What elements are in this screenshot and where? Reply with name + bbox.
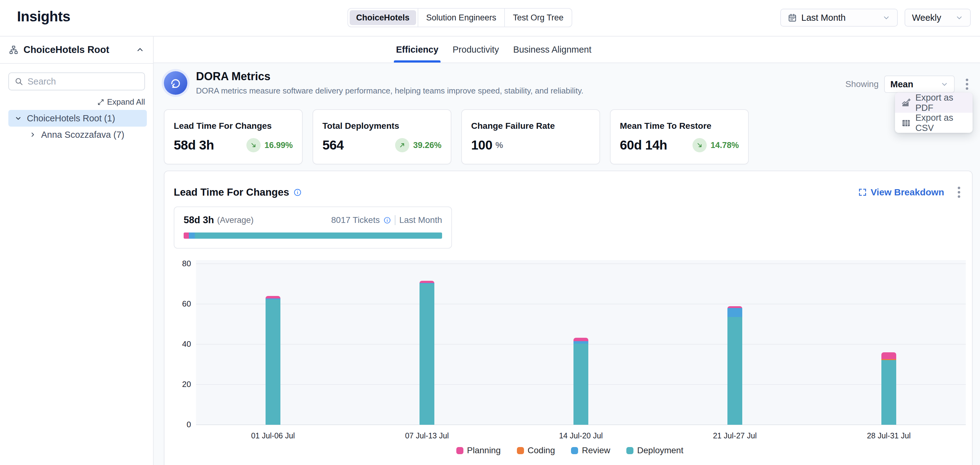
tree-item-label: ChoiceHotels Root (1) bbox=[27, 113, 115, 123]
period-label: Last Month bbox=[399, 215, 442, 225]
legend-swatch bbox=[456, 447, 463, 454]
x-axis: 01 Jul-06 Jul07 Jul-13 Jul14 Jul-20 Jul2… bbox=[196, 425, 966, 443]
info-icon[interactable] bbox=[383, 216, 391, 224]
date-range-select[interactable]: Last Month bbox=[780, 9, 898, 27]
org-tab-choicehotels[interactable]: ChoiceHotels bbox=[348, 9, 418, 27]
search-icon bbox=[14, 77, 23, 86]
bar-segment-deployment bbox=[266, 299, 280, 425]
section-tabs: Efficiency Productivity Business Alignme… bbox=[154, 37, 980, 63]
stacked-bar-3[interactable] bbox=[573, 338, 588, 425]
legend-item-deployment[interactable]: Deployment bbox=[626, 446, 683, 455]
average-summary-card: 58d 3h (Average) 8017 Tickets Last Month bbox=[174, 206, 452, 249]
date-range-value: Last Month bbox=[801, 13, 846, 23]
tree-item-root[interactable]: ChoiceHotels Root (1) bbox=[8, 110, 147, 126]
bar-segment-planning bbox=[573, 338, 588, 341]
dora-description: DORA metrics measure software delivery p… bbox=[196, 86, 583, 96]
y-axis: 020406080 bbox=[174, 260, 196, 425]
card-lead-time-for-changes: Lead Time For Changes 58d 3h 16.99% bbox=[164, 109, 303, 165]
expand-corners-icon bbox=[858, 188, 867, 197]
trend-badge: 16.99% bbox=[247, 138, 293, 152]
trend-badge: 39.26% bbox=[395, 138, 441, 152]
showing-label: Showing bbox=[846, 79, 878, 89]
legend-label: Coding bbox=[528, 446, 555, 455]
org-switcher: ChoiceHotels Solution Engineers Test Org… bbox=[347, 8, 572, 27]
calendar-icon bbox=[788, 13, 797, 22]
metric-cards-row: Lead Time For Changes 58d 3h 16.99% Tota… bbox=[164, 109, 974, 165]
y-axis-tick: 80 bbox=[182, 259, 191, 268]
dora-cycle-icon bbox=[164, 71, 187, 95]
active-tab-underline bbox=[394, 61, 441, 62]
tab-efficiency[interactable]: Efficiency bbox=[396, 37, 438, 62]
card-change-failure-rate: Change Failure Rate 100 % bbox=[461, 109, 600, 165]
granularity-value: Weekly bbox=[912, 13, 941, 23]
aggregation-select[interactable]: Mean bbox=[884, 75, 955, 93]
export-pdf-menu-item[interactable]: Export as PDF bbox=[895, 93, 972, 113]
export-csv-menu-item[interactable]: Export as CSV bbox=[895, 113, 972, 133]
dora-kebab-menu-button[interactable] bbox=[960, 75, 974, 93]
stacked-bar-5[interactable] bbox=[881, 352, 896, 425]
y-axis-tick: 60 bbox=[182, 299, 191, 308]
stacked-bar-2[interactable] bbox=[420, 281, 434, 425]
org-tab-test-org-tree[interactable]: Test Org Tree bbox=[505, 9, 572, 27]
top-bar: Insights ChoiceHotels Solution Engineers… bbox=[0, 0, 980, 37]
phase-progress-bar bbox=[184, 232, 442, 239]
collapse-sidebar-button[interactable] bbox=[136, 45, 144, 54]
chart-title: Lead Time For Changes bbox=[174, 186, 289, 198]
legend-item-planning[interactable]: Planning bbox=[456, 446, 501, 455]
bar-segment-deployment bbox=[881, 360, 896, 425]
bar-segment-planning bbox=[266, 296, 280, 299]
view-breakdown-button[interactable]: View Breakdown bbox=[858, 187, 944, 198]
legend-label: Planning bbox=[467, 446, 501, 455]
y-axis-tick: 20 bbox=[182, 380, 191, 389]
lead-time-chart: 020406080 bbox=[174, 260, 966, 425]
stacked-bar-4[interactable] bbox=[727, 306, 742, 425]
chevron-down-icon bbox=[940, 80, 948, 88]
legend-label: Review bbox=[582, 446, 610, 455]
legend-swatch bbox=[517, 447, 524, 454]
dora-title: DORA Metrics bbox=[196, 70, 583, 83]
metric-value: 564 bbox=[323, 138, 344, 153]
metric-value: 60d 14h bbox=[620, 138, 667, 153]
main-panel: Efficiency Productivity Business Alignme… bbox=[154, 37, 980, 465]
legend-item-review[interactable]: Review bbox=[571, 446, 610, 455]
sidebar-root-label: ChoiceHotels Root bbox=[24, 44, 131, 56]
x-axis-label: 07 Jul-13 Jul bbox=[405, 431, 449, 440]
chevron-right-icon[interactable] bbox=[29, 131, 36, 138]
legend-item-coding[interactable]: Coding bbox=[517, 446, 555, 455]
progress-segment-planning bbox=[184, 232, 189, 239]
metric-value: 100 bbox=[471, 138, 493, 153]
trend-badge: 14.78% bbox=[692, 138, 739, 152]
org-tree-sidebar: ChoiceHotels Root Expand All ChoiceHotel… bbox=[0, 37, 154, 465]
table-icon bbox=[901, 118, 911, 128]
x-axis-label: 01 Jul-06 Jul bbox=[251, 431, 295, 440]
chevron-down-icon bbox=[955, 14, 963, 22]
tab-business-alignment[interactable]: Business Alignment bbox=[513, 37, 592, 62]
progress-segment-review bbox=[189, 232, 195, 239]
chart-kebab-menu-button[interactable] bbox=[952, 184, 966, 201]
granularity-select[interactable]: Weekly bbox=[905, 9, 971, 27]
x-axis-label: 14 Jul-20 Jul bbox=[559, 431, 603, 440]
export-menu: Export as PDF Export as CSV bbox=[895, 93, 972, 133]
tab-productivity[interactable]: Productivity bbox=[453, 37, 499, 62]
info-icon[interactable] bbox=[293, 188, 302, 197]
y-axis-tick: 0 bbox=[187, 420, 191, 430]
bar-segment-planning bbox=[881, 352, 896, 359]
stacked-bar-1[interactable] bbox=[266, 296, 280, 425]
bar-segment-deployment bbox=[573, 344, 588, 425]
sidebar-search bbox=[8, 72, 145, 90]
y-axis-tick: 40 bbox=[182, 339, 191, 349]
average-label: (Average) bbox=[217, 216, 253, 225]
card-mean-time-to-restore: Mean Time To Restore 60d 14h 14.78% bbox=[610, 109, 749, 165]
org-tab-solution-engineers[interactable]: Solution Engineers bbox=[418, 9, 505, 27]
chevron-down-icon[interactable] bbox=[14, 115, 22, 122]
chart-plus-icon bbox=[901, 98, 911, 108]
bar-segment-deployment bbox=[420, 284, 434, 425]
search-input[interactable] bbox=[27, 77, 139, 87]
gridline-80 bbox=[196, 264, 966, 264]
org-tree: ChoiceHotels Root (1) Anna Scozzafava (7… bbox=[0, 110, 153, 143]
legend-swatch bbox=[626, 447, 633, 454]
expand-all-button[interactable]: Expand All bbox=[8, 97, 145, 107]
trend-up-icon bbox=[395, 138, 409, 152]
expand-arrows-icon bbox=[97, 99, 105, 106]
tree-item-anna-scozzafava[interactable]: Anna Scozzafava (7) bbox=[8, 126, 153, 143]
